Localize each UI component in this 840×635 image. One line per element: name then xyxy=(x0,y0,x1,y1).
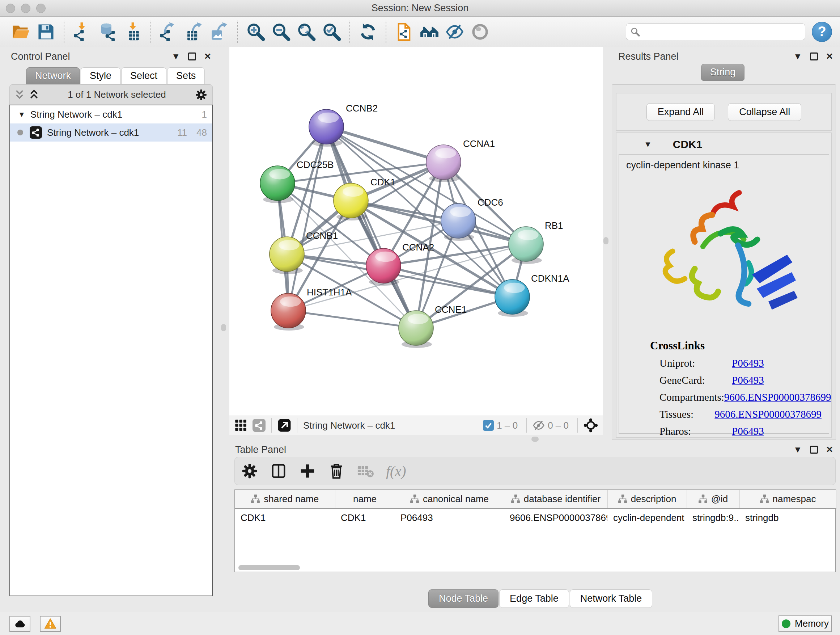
column-header-namespac[interactable]: namespac xyxy=(739,490,836,509)
share-document-icon[interactable] xyxy=(394,22,414,42)
tab-network[interactable]: Network xyxy=(26,67,80,84)
crosslink-link[interactable]: P06493 xyxy=(732,357,764,369)
horizontal-splitter-handle[interactable] xyxy=(531,437,538,442)
panel-float-icon[interactable]: ▼ xyxy=(793,445,802,454)
tab-string[interactable]: String xyxy=(701,64,745,81)
import-network-database-icon[interactable] xyxy=(97,22,118,42)
network-edge-CCNB2-HIST1H1A[interactable] xyxy=(288,127,326,310)
selected-checkbox-icon[interactable] xyxy=(483,420,494,431)
network-edge-CCNB2-CCNA1[interactable] xyxy=(326,127,444,162)
collapse-all-icon[interactable] xyxy=(15,89,24,100)
import-network-file-icon[interactable] xyxy=(72,22,92,42)
memory-button[interactable]: Memory xyxy=(778,616,832,632)
network-view-icon[interactable] xyxy=(253,419,265,432)
zoom-out-icon[interactable] xyxy=(271,22,291,42)
scrollbar-thumb[interactable] xyxy=(238,565,300,570)
crosslink-link[interactable]: P06493 xyxy=(732,425,764,437)
network-node-CDK1[interactable] xyxy=(333,183,368,220)
panel-maximize-icon[interactable] xyxy=(188,52,196,60)
search-field[interactable] xyxy=(626,24,805,40)
table-options-gear-icon[interactable] xyxy=(241,463,258,479)
collection-expand-icon[interactable]: ▼ xyxy=(18,111,25,119)
expand-all-icon[interactable] xyxy=(29,89,39,100)
column-header-canonical-name[interactable]: canonical name xyxy=(395,490,504,509)
tab-style[interactable]: Style xyxy=(81,67,120,84)
search-input[interactable] xyxy=(643,27,801,37)
network-node-CCNE1[interactable] xyxy=(399,310,433,348)
right-splitter-handle[interactable] xyxy=(603,237,608,244)
panel-maximize-icon[interactable] xyxy=(810,52,818,60)
section-collapse-icon[interactable]: ▼ xyxy=(644,140,652,149)
hidden-eye-icon[interactable] xyxy=(532,419,545,432)
help-button[interactable]: ? xyxy=(812,22,832,42)
crosslink-link[interactable]: P06493 xyxy=(732,374,764,386)
show-columns-icon[interactable] xyxy=(270,463,287,479)
panel-float-icon[interactable]: ▼ xyxy=(172,52,180,61)
birds-eye-view-icon[interactable] xyxy=(278,418,291,432)
network-node-CDC25B[interactable] xyxy=(260,166,295,203)
network-canvas[interactable]: CCNB2CCNA1CDC25BCDK1CDC6RB1CCNB1CCNA2CDK… xyxy=(229,47,603,416)
table-cell[interactable]: CDK1 xyxy=(235,509,335,527)
tab-select[interactable]: Select xyxy=(121,67,166,84)
network-node-CCNB1[interactable] xyxy=(270,237,304,274)
network-edge-CCNB2-CCNE1[interactable] xyxy=(326,127,416,328)
table-cell[interactable]: cyclin-dependent ... xyxy=(607,509,687,527)
zoom-fit-icon[interactable] xyxy=(296,22,317,42)
panel-close-icon[interactable]: ✕ xyxy=(826,52,833,61)
collapse-all-button[interactable]: Collapse All xyxy=(728,103,801,121)
network-node-CCNA1[interactable] xyxy=(426,145,461,182)
zoom-selected-icon[interactable] xyxy=(322,22,342,42)
home-icon[interactable] xyxy=(419,22,439,42)
table-cell[interactable]: stringdb xyxy=(739,509,836,527)
delete-column-icon[interactable] xyxy=(328,463,345,479)
expand-all-button[interactable]: Expand All xyxy=(646,103,715,121)
refresh-layout-icon[interactable] xyxy=(358,22,378,42)
panel-float-icon[interactable]: ▼ xyxy=(793,52,802,61)
fit-selection-crosshair-icon[interactable] xyxy=(584,418,598,432)
panel-maximize-icon[interactable] xyxy=(810,446,818,454)
network-options-gear-icon[interactable] xyxy=(195,89,207,101)
warnings-button[interactable] xyxy=(40,616,61,632)
export-image-icon[interactable] xyxy=(210,22,230,42)
save-session-icon[interactable] xyxy=(36,22,56,42)
table-row[interactable]: CDK1CDK1P064939606.ENSP00000378699cyclin… xyxy=(235,509,836,527)
tab-network-table[interactable]: Network Table xyxy=(570,589,653,608)
node-label-CCNB1: CCNB1 xyxy=(306,230,338,241)
network-row[interactable]: String Network – cdk1 11 48 xyxy=(10,124,212,141)
column-header-@id[interactable]: @id xyxy=(687,490,739,509)
show-hide-panel-icon[interactable] xyxy=(445,22,465,42)
import-table-icon[interactable] xyxy=(123,22,143,42)
column-header-description[interactable]: description xyxy=(607,490,687,509)
table-horizontal-scrollbar[interactable] xyxy=(235,564,835,571)
network-edge-HIST1H1A-CCNE1[interactable] xyxy=(288,310,416,328)
zoom-in-icon[interactable] xyxy=(246,22,266,42)
network-node-HIST1H1A[interactable] xyxy=(271,293,306,331)
tab-sets[interactable]: Sets xyxy=(167,67,205,84)
table-cell[interactable]: stringdb:9... xyxy=(687,509,739,527)
grid-view-icon[interactable] xyxy=(234,419,248,432)
export-network-icon[interactable] xyxy=(159,22,179,42)
network-node-CCNA2[interactable] xyxy=(366,249,401,286)
network-node-CDC6[interactable] xyxy=(441,203,476,241)
cloud-status-button[interactable] xyxy=(9,616,30,632)
table-cell[interactable]: CDK1 xyxy=(335,509,395,527)
panel-close-icon[interactable]: ✕ xyxy=(204,52,211,61)
network-node-RB1[interactable] xyxy=(508,226,543,264)
panel-close-icon[interactable]: ✕ xyxy=(826,445,833,454)
tab-edge-table[interactable]: Edge Table xyxy=(499,589,569,608)
table-cell[interactable]: 9606.ENSP00000378699 xyxy=(504,509,607,527)
column-header-name[interactable]: name xyxy=(335,490,395,509)
preview-icon[interactable] xyxy=(470,22,490,42)
table-cell[interactable]: P06493 xyxy=(395,509,504,527)
add-column-icon[interactable] xyxy=(299,463,316,479)
left-splitter-handle[interactable] xyxy=(221,324,226,331)
network-collection-row[interactable]: ▼ String Network – cdk1 1 xyxy=(10,105,212,124)
open-session-icon[interactable] xyxy=(11,22,31,42)
crosslink-link[interactable]: 9606.ENSP00000378699 xyxy=(724,391,831,403)
network-node-CDKN1A[interactable] xyxy=(495,279,530,317)
column-header-database-identifier[interactable]: database identifier xyxy=(504,490,607,509)
crosslink-link[interactable]: 9606.ENSP00000378699 xyxy=(714,409,821,420)
column-header-shared-name[interactable]: shared name xyxy=(235,490,335,509)
tab-node-table[interactable]: Node Table xyxy=(428,589,499,608)
export-table-icon[interactable] xyxy=(184,22,204,42)
